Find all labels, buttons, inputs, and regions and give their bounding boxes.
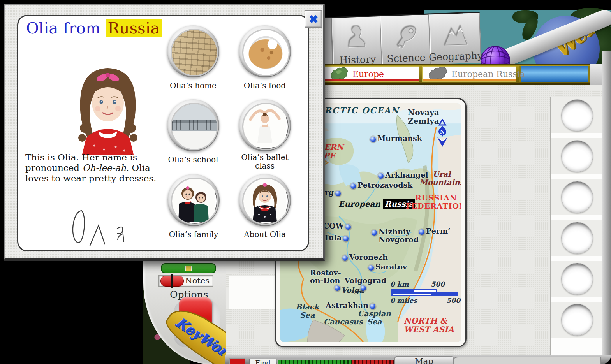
city-dot-icon — [370, 137, 376, 142]
led-meter — [277, 359, 396, 364]
city-dot-icon — [419, 229, 424, 235]
label-european: European — [338, 199, 380, 209]
blue-bar — [519, 66, 590, 82]
circle-label-food: Olia’s food — [226, 81, 304, 90]
scale-km-max: 500 — [431, 280, 445, 288]
city-dot-icon — [361, 285, 366, 291]
city-dot-icon — [368, 265, 374, 271]
city-label: Volgograd — [345, 277, 387, 285]
city-dot-icon — [372, 230, 377, 236]
button-about-olia[interactable] — [239, 174, 291, 226]
title-part2-highlighted: Russia — [106, 19, 162, 37]
circle-label-ballet: Olia’s ballet class — [226, 153, 304, 171]
city-label: Murmansk — [377, 135, 422, 142]
map-scale: 0 km 500 0 miles 500 — [390, 280, 460, 304]
rocket-icon — [392, 24, 419, 52]
legend-divider — [229, 311, 275, 311]
school-building-icon — [171, 103, 218, 150]
desc-line2a: pronounced — [25, 163, 82, 173]
region-tab-label: Europe — [352, 69, 384, 79]
map-label: Caucasus — [324, 318, 363, 326]
button-olias-school[interactable] — [167, 99, 219, 151]
led-red-segment — [352, 360, 394, 364]
side-button-column — [550, 97, 602, 355]
side-orb-button-4[interactable] — [561, 222, 593, 254]
scale-miles-zero: 0 miles — [390, 297, 417, 304]
city-label: Perm’ — [426, 227, 451, 235]
region-tab-label: European Russia — [451, 69, 525, 79]
desc-pronunciation: Oh-lee-ah — [82, 163, 126, 173]
window-frame-right — [602, 51, 611, 356]
map-label: Black Sea — [296, 303, 319, 319]
tab-geography[interactable]: Geography — [429, 13, 481, 64]
scale-miles-max: 500 — [447, 297, 461, 304]
scale-km-zero: 0 km — [390, 280, 409, 288]
side-orb-button-6[interactable] — [561, 304, 593, 336]
city-label: Saratov — [375, 263, 407, 271]
region-tab-bar: Europe European Russia — [323, 64, 591, 85]
toggle-needle — [171, 274, 173, 288]
side-button-cell — [551, 179, 602, 215]
legend-divider — [229, 322, 275, 322]
city-dot-icon — [335, 191, 341, 196]
side-orb-button-2[interactable] — [561, 140, 593, 172]
map-label: Caspian Sea — [358, 309, 391, 325]
bottom-console — [452, 357, 601, 364]
button-olias-food[interactable] — [239, 25, 291, 77]
olia-signature — [64, 208, 130, 249]
city-dot-icon — [350, 183, 356, 189]
scale-bars — [390, 289, 459, 296]
subject-tab-bar: History Science Geography — [323, 13, 481, 68]
map-label-european-russia: European Russia — [338, 199, 415, 209]
ballet-girl-icon — [242, 103, 290, 150]
city-dot-icon — [342, 255, 348, 261]
tab-history[interactable]: History — [332, 16, 382, 68]
control-console: Notes Options KeyWords — [143, 257, 226, 364]
apartment-building-icon — [171, 29, 218, 76]
button-olias-family[interactable] — [167, 174, 220, 226]
title-part1: Olia from — [26, 19, 100, 37]
side-orb-button-1[interactable] — [561, 99, 593, 131]
desc-line2b: . Olia — [126, 163, 150, 173]
desc-line3: loves to wear pretty dresses. — [25, 173, 156, 183]
city-label: Petrozavodsk — [357, 181, 412, 189]
led-green-segment — [278, 360, 352, 364]
city-label: Arkhangel — [385, 171, 428, 179]
active-underline — [325, 79, 419, 81]
city-label: Tula — [324, 234, 342, 242]
slider-chip-icon — [185, 266, 192, 271]
tab-label: Geography — [429, 50, 483, 63]
green-slider[interactable] — [161, 263, 216, 273]
button-olias-ballet-class[interactable] — [239, 99, 291, 151]
circle-label-about: About Olia — [226, 230, 304, 239]
tab-science[interactable]: Science — [380, 15, 431, 66]
city-label: Nizhniy Novgorod — [379, 228, 419, 244]
map-label: RUSSIAN FEDERATION — [406, 194, 461, 210]
city-label: Rostov-on-Don — [310, 269, 341, 285]
tab-european-russia[interactable]: European Russia — [422, 66, 516, 82]
map-label: Novaya Zemlya — [408, 109, 439, 125]
tab-europe[interactable]: Europe — [325, 66, 419, 82]
city-dot-icon — [370, 304, 375, 309]
dialog-description: This is Olia. Her name is pronounced Oh-… — [25, 152, 156, 184]
olia-card: Olia from Russia — [17, 15, 309, 251]
city-dot-icon — [345, 224, 351, 230]
close-button[interactable]: ✖ — [305, 10, 322, 28]
map-tab[interactable]: Map — [394, 356, 454, 364]
city-label: Astrakhan — [326, 302, 368, 309]
city-dot-icon — [335, 285, 340, 291]
notes-label: Notes — [185, 276, 210, 285]
chess-piece-icon — [343, 26, 370, 54]
city-label: Voronezh — [349, 253, 388, 261]
side-orb-button-5[interactable] — [561, 263, 593, 295]
find-button[interactable]: Find — [249, 359, 276, 364]
side-button-cell — [551, 261, 602, 297]
svg-text:N: N — [440, 129, 445, 135]
notes-toggle-switch[interactable] — [160, 276, 184, 287]
button-olias-home[interactable] — [167, 25, 219, 77]
city-dot-icon — [378, 173, 384, 179]
side-orb-button-3[interactable] — [561, 181, 593, 213]
side-button-cell — [551, 220, 602, 256]
olia-photo — [57, 62, 158, 155]
two-girls-icon — [171, 178, 218, 225]
